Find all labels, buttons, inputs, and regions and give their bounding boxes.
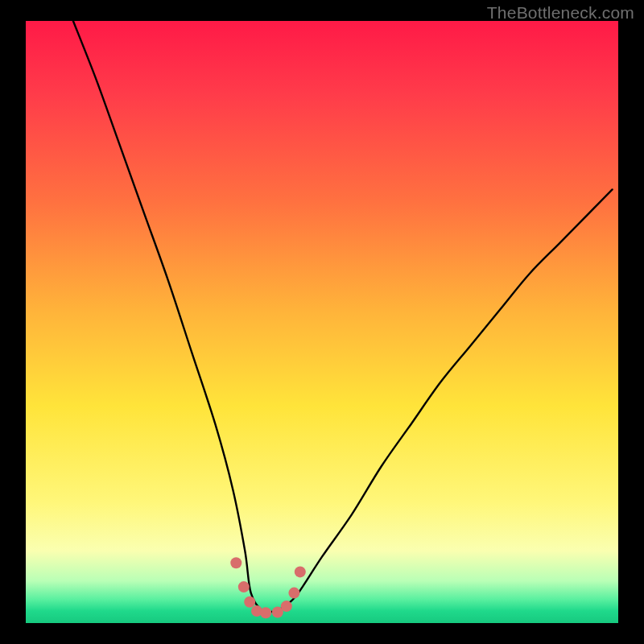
valley-marker bbox=[238, 581, 250, 592]
chart-frame: TheBottleneck.com bbox=[0, 0, 644, 644]
plot-area bbox=[26, 21, 618, 623]
bottleneck-curve bbox=[73, 21, 613, 613]
curve-layer bbox=[26, 21, 618, 623]
valley-marker bbox=[244, 597, 255, 608]
valley-marker-group bbox=[230, 557, 306, 618]
valley-marker bbox=[295, 566, 306, 577]
valley-marker bbox=[230, 557, 242, 568]
valley-marker bbox=[260, 607, 271, 618]
valley-marker bbox=[281, 601, 292, 612]
valley-marker bbox=[288, 588, 299, 599]
watermark-text: TheBottleneck.com bbox=[487, 3, 634, 23]
